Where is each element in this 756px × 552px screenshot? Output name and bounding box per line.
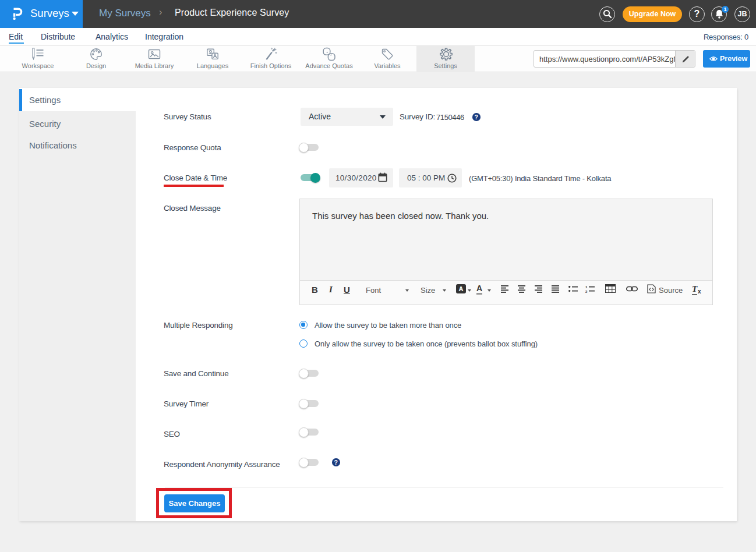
svg-text:2: 2	[585, 290, 588, 293]
svg-text:1: 1	[585, 285, 588, 289]
